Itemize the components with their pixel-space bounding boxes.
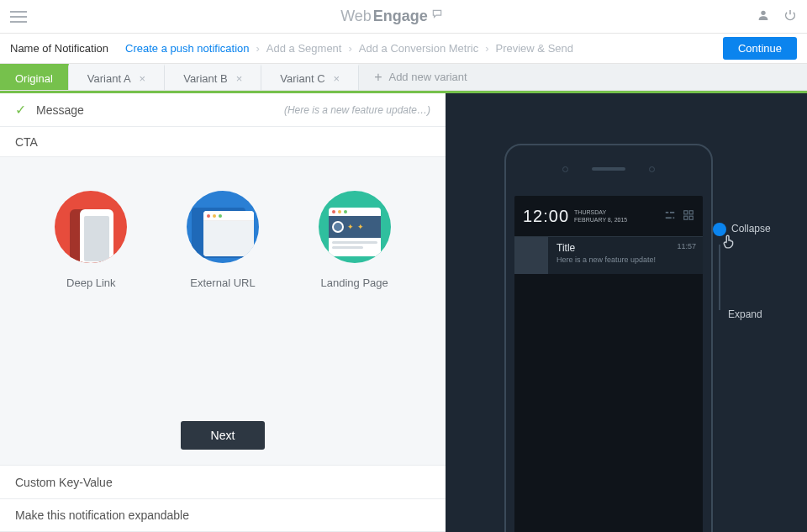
step-create[interactable]: Create a push notification bbox=[125, 42, 249, 55]
step-segment[interactable]: Add a Segment bbox=[266, 42, 342, 55]
breadcrumb: Create a push notification › Add a Segme… bbox=[125, 42, 706, 55]
check-icon: ✓ bbox=[15, 102, 26, 118]
svg-rect-5 bbox=[684, 210, 688, 213]
svg-rect-8 bbox=[689, 216, 693, 219]
notification-app-icon bbox=[514, 237, 548, 274]
cta-label: Landing Page bbox=[321, 277, 388, 289]
svg-rect-2 bbox=[670, 211, 674, 213]
user-icon[interactable] bbox=[757, 8, 770, 24]
tab-label: Variant B bbox=[183, 72, 228, 85]
svg-point-0 bbox=[761, 11, 765, 15]
section-message-hint: (Here is a new feature update…) bbox=[284, 104, 430, 116]
preview-panel: 12:00 THURSDAY FEBRUARY 8, 2015 bbox=[446, 93, 807, 532]
section-expandable[interactable]: Make this notification expandable bbox=[0, 498, 446, 532]
notification-title: Title bbox=[556, 242, 696, 254]
svg-rect-3 bbox=[666, 217, 672, 219]
brand-part1: Web bbox=[340, 8, 372, 25]
tab-variant-c[interactable]: Variant C × bbox=[261, 64, 359, 90]
chevron-right-icon: › bbox=[485, 42, 488, 55]
tab-label: Variant C bbox=[280, 72, 324, 85]
notification-time: 11:57 bbox=[677, 242, 696, 250]
pointer-hand-icon bbox=[720, 233, 738, 255]
section-message-label: Message bbox=[36, 103, 84, 117]
collapse-label: Collapse bbox=[731, 223, 771, 234]
continue-button[interactable]: Continue bbox=[723, 37, 797, 60]
menu-icon[interactable] bbox=[10, 11, 27, 23]
phone-sensor-icon bbox=[649, 166, 655, 172]
tab-original-label: Original bbox=[15, 72, 53, 85]
settings-sliders-icon bbox=[664, 209, 676, 224]
close-icon[interactable]: × bbox=[236, 72, 243, 85]
svg-rect-6 bbox=[689, 210, 693, 213]
section-custom-key-value[interactable]: Custom Key-Value bbox=[0, 465, 446, 498]
step-preview[interactable]: Preview & Send bbox=[496, 42, 574, 55]
add-variant-label: Add new variant bbox=[388, 71, 467, 83]
step-conversion[interactable]: Add a Conversion Metric bbox=[359, 42, 478, 55]
close-icon[interactable]: × bbox=[334, 72, 340, 85]
section-cta-header: CTA bbox=[0, 127, 446, 157]
cta-label: External URL bbox=[190, 277, 255, 289]
phone-sensor-icon bbox=[562, 166, 568, 172]
preview-clock: 12:00 bbox=[523, 207, 569, 226]
close-icon[interactable]: × bbox=[140, 72, 146, 85]
page-title: Name of Notification bbox=[10, 42, 108, 55]
editor-panel: ✓ Message (Here is a new feature update…… bbox=[0, 93, 446, 532]
chevron-right-icon: › bbox=[348, 42, 351, 55]
section-label: Make this notification expandable bbox=[15, 508, 189, 522]
landing-page-icon: ✦✦ bbox=[319, 191, 391, 263]
svg-rect-7 bbox=[684, 216, 688, 219]
svg-rect-4 bbox=[673, 217, 675, 219]
svg-rect-1 bbox=[666, 211, 669, 213]
topbar: WebEngage bbox=[0, 0, 807, 34]
tab-variant-b[interactable]: Variant B × bbox=[165, 64, 261, 90]
brand-logo: WebEngage bbox=[27, 8, 757, 25]
add-variant-button[interactable]: + Add new variant bbox=[359, 64, 483, 90]
grid-icon bbox=[683, 209, 694, 224]
tab-label: Variant A bbox=[87, 72, 131, 85]
chevron-right-icon: › bbox=[256, 42, 260, 55]
preview-date: FEBRUARY 8, 2015 bbox=[574, 216, 627, 224]
section-label: Custom Key-Value bbox=[15, 476, 113, 489]
deep-link-icon bbox=[55, 191, 127, 263]
external-url-icon bbox=[187, 191, 259, 263]
slider-track bbox=[719, 245, 720, 310]
plus-icon: + bbox=[374, 70, 382, 85]
power-icon[interactable] bbox=[783, 8, 797, 24]
tab-variant-a[interactable]: Variant A × bbox=[69, 64, 165, 90]
phone-speaker-icon bbox=[592, 167, 625, 171]
next-button[interactable]: Next bbox=[181, 421, 266, 450]
brand-part2: Engage bbox=[373, 8, 428, 25]
main: ✓ Message (Here is a new feature update…… bbox=[0, 93, 807, 532]
variant-tabs: Original Variant A × Variant B × Variant… bbox=[0, 64, 807, 91]
preview-day: THURSDAY bbox=[574, 208, 627, 216]
speech-bubble-icon bbox=[431, 7, 443, 17]
section-message[interactable]: ✓ Message (Here is a new feature update…… bbox=[0, 93, 446, 127]
tab-original[interactable]: Original bbox=[0, 64, 69, 90]
cta-option-deep-link[interactable]: Deep Link bbox=[55, 191, 127, 289]
expand-label: Expand bbox=[728, 308, 762, 320]
cta-body: Deep Link Exter bbox=[0, 157, 446, 465]
notification-preview: Title Here is a new feature update! 11:5… bbox=[514, 237, 703, 274]
subheader: Name of Notification Create a push notif… bbox=[0, 34, 807, 64]
cta-option-external-url[interactable]: External URL bbox=[187, 191, 259, 289]
phone-screen: 12:00 THURSDAY FEBRUARY 8, 2015 bbox=[514, 196, 703, 532]
cta-label: Deep Link bbox=[66, 277, 116, 289]
phone-frame: 12:00 THURSDAY FEBRUARY 8, 2015 bbox=[504, 144, 713, 532]
cta-option-landing-page[interactable]: ✦✦ Landing Page bbox=[319, 191, 391, 289]
section-cta-label: CTA bbox=[15, 135, 38, 149]
notification-text: Here is a new feature update! bbox=[556, 255, 696, 264]
